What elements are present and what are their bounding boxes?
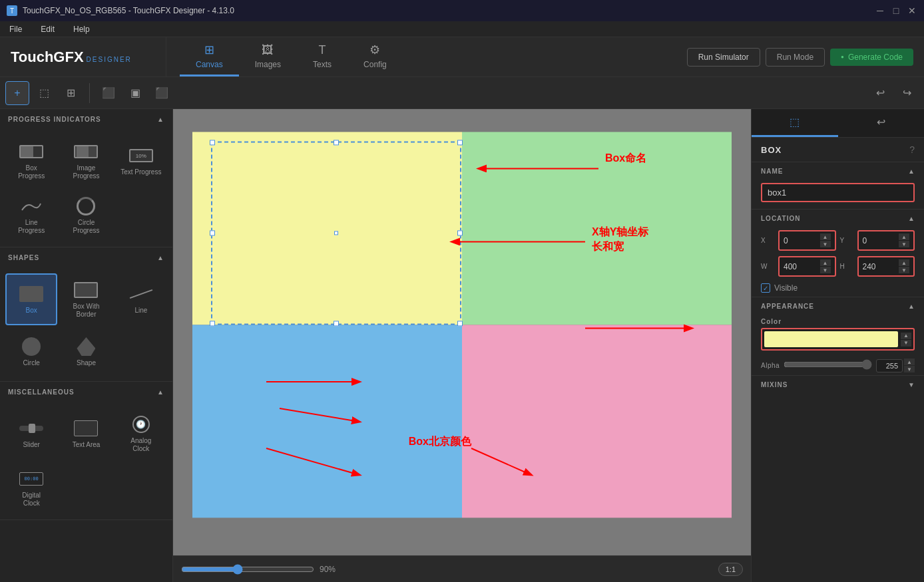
config-icon: ⚙ (369, 43, 380, 57)
left-sidebar: PROGRESS INDICATORS ▲ BoxProgress (0, 109, 173, 582)
x-value: 0 (784, 236, 819, 245)
sidebar-item-circle-progress[interactable]: CircleProgress (60, 190, 112, 241)
box-progress-label: BoxProgress (18, 164, 45, 180)
svg-rect-1 (77, 146, 89, 157)
prop-help-icon[interactable]: ? (909, 144, 915, 155)
top-toolbar: TouchGFX DESIGNER ⊞ Canvas 🖼 Images T Te… (0, 37, 924, 77)
run-simulator-button[interactable]: Run Simulator (687, 48, 760, 67)
alpha-row: Alpha 255 ▲ ▼ (752, 356, 924, 375)
h-increment[interactable]: ▲ (899, 259, 909, 266)
prop-appearance-section: APPEARANCE ▲ Color ▲ ▼ (752, 297, 924, 376)
logo-text: TouchGFX (11, 49, 84, 66)
canvas-content[interactable]: Box命名 X轴Y轴坐标长和宽 (173, 109, 751, 555)
canvas-area[interactable]: Box命名 X轴Y轴坐标长和宽 (173, 109, 751, 582)
run-mode-button[interactable]: Run Mode (766, 48, 825, 67)
tab-images[interactable]: 🖼 Images (239, 37, 297, 76)
misc-section-label: MISCELLANEOUS (8, 388, 75, 396)
sidebar-item-text-progress[interactable]: 10% Text Progress (115, 135, 167, 187)
sidebar-item-polygon[interactable]: Shape (60, 328, 112, 376)
y-value: 0 (863, 236, 898, 245)
location-section-header[interactable]: LOCATION ▲ (752, 210, 924, 227)
logo-sub: DESIGNER (87, 56, 132, 63)
circle-progress-icon (71, 196, 101, 216)
color-stepper[interactable]: ▲ ▼ (901, 333, 911, 347)
sidebar-item-box-progress[interactable]: BoxProgress (5, 135, 57, 187)
alpha-slider[interactable] (784, 359, 872, 370)
sidebar-item-image-progress[interactable]: ImageProgress (60, 135, 112, 187)
x-decrement[interactable]: ▼ (820, 241, 831, 247)
sidebar-item-line-progress[interactable]: LineProgress (5, 190, 57, 241)
canvas-widget-container[interactable]: Box命名 X轴Y轴坐标长和宽 (192, 132, 732, 517)
cut-button[interactable]: ⬚ (32, 81, 56, 105)
circle-shape-icon (17, 337, 46, 357)
tab-canvas[interactable]: ⊞ Canvas (180, 37, 239, 76)
grid-button[interactable]: ⊞ (59, 81, 83, 105)
sidebar-item-box-border[interactable]: Box WithBorder (60, 273, 112, 325)
misc-section: MISCELLANEOUS ▲ Slider Text Area (0, 382, 172, 520)
tab-texts-label: Texts (313, 60, 332, 69)
interactions-tab-icon: ↩ (877, 116, 885, 128)
x-stepper[interactable]: ▲ ▼ (820, 233, 831, 247)
sidebar-item-circle[interactable]: Circle (5, 328, 57, 376)
name-input[interactable] (761, 183, 915, 202)
generate-code-button[interactable]: Generate Code (830, 49, 913, 66)
y-increment[interactable]: ▲ (899, 233, 909, 240)
misc-section-header[interactable]: MISCELLANEOUS ▲ (0, 382, 172, 402)
polygon-shape-label: Shape (77, 359, 96, 367)
w-decrement[interactable]: ▼ (820, 267, 831, 273)
window-controls[interactable]: ─ □ ✕ (875, 5, 917, 16)
tab-texts[interactable]: T Texts (297, 37, 347, 76)
quad-bottom-left (192, 325, 462, 517)
tab-config[interactable]: ⚙ Config (347, 37, 403, 76)
menu-file[interactable]: File (5, 23, 26, 35)
nav-tabs: ⊞ Canvas 🖼 Images T Texts ⚙ Config (166, 37, 676, 76)
redo-button[interactable]: ↪ (895, 81, 919, 105)
color-input-box[interactable]: ▲ ▼ (761, 328, 915, 351)
progress-section-header[interactable]: PROGRESS INDICATORS ▲ (0, 109, 172, 130)
align-left-button[interactable]: ⬛ (97, 81, 120, 105)
maximize-button[interactable]: □ (891, 5, 901, 16)
title-bar: T TouchGFX_No_OS_RGB565 - TouchGFX Desig… (0, 0, 924, 21)
align-right-button[interactable]: ⬛ (150, 81, 174, 105)
line-progress-icon (17, 196, 46, 216)
h-decrement[interactable]: ▼ (899, 267, 909, 273)
h-stepper[interactable]: ▲ ▼ (899, 259, 909, 273)
mixins-header[interactable]: MIXINS ▼ (761, 381, 915, 388)
color-decrement[interactable]: ▼ (901, 340, 911, 347)
interactions-tab[interactable]: ↩ (838, 109, 925, 137)
name-section-header[interactable]: NAME ▲ (752, 162, 924, 180)
zoom-preset[interactable]: 1:1 (718, 563, 743, 576)
add-widget-button[interactable]: + (5, 81, 29, 105)
minimize-button[interactable]: ─ (875, 5, 885, 16)
shapes-section-header[interactable]: SHAPES ▲ (0, 247, 172, 268)
shapes-section: SHAPES ▲ Box Box WithBorder (0, 247, 172, 382)
visible-label: Visible (774, 283, 798, 293)
alpha-increment[interactable]: ▲ (904, 359, 915, 365)
w-increment[interactable]: ▲ (820, 259, 831, 266)
menu-edit[interactable]: Edit (37, 23, 59, 35)
color-preview[interactable] (764, 331, 898, 347)
sidebar-item-box[interactable]: Box (5, 273, 57, 325)
sidebar-item-textarea[interactable]: Text Area (60, 408, 112, 460)
visible-checkbox[interactable] (761, 283, 770, 293)
visible-row: Visible (752, 279, 924, 297)
menu-help[interactable]: Help (69, 23, 94, 35)
appearance-section-header[interactable]: APPEARANCE ▲ (752, 297, 924, 315)
sidebar-item-slider[interactable]: Slider (5, 408, 57, 460)
color-increment[interactable]: ▲ (901, 333, 911, 339)
text-progress-label: Text Progress (120, 168, 161, 176)
properties-tab[interactable]: ⬚ (752, 109, 838, 137)
zoom-slider[interactable] (181, 564, 314, 575)
y-decrement[interactable]: ▼ (899, 241, 909, 247)
x-increment[interactable]: ▲ (820, 233, 831, 240)
y-stepper[interactable]: ▲ ▼ (899, 233, 909, 247)
align-center-button[interactable]: ▣ (123, 81, 147, 105)
undo-button[interactable]: ↩ (868, 81, 892, 105)
alpha-decrement[interactable]: ▼ (904, 366, 915, 372)
w-stepper[interactable]: ▲ ▼ (820, 259, 831, 273)
alpha-stepper[interactable]: ▲ ▼ (904, 359, 915, 372)
sidebar-item-line[interactable]: Line (115, 273, 167, 325)
close-button[interactable]: ✕ (907, 5, 917, 16)
sidebar-item-digital-clock[interactable]: 00:00 DigitalClock (5, 462, 57, 514)
sidebar-item-analog-clock[interactable]: 🕐 AnalogClock (115, 408, 167, 460)
